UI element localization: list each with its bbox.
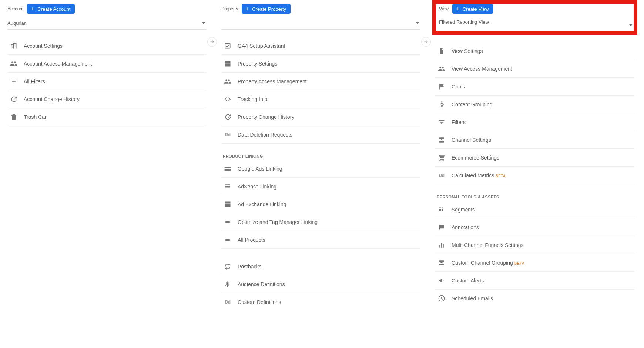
data-deletion-requests-item[interactable]: Dd Data Deletion Requests [221, 126, 420, 144]
view-menu: View Settings View Access Management Goa… [435, 42, 634, 307]
view-column: View Create View Filtered Reporting View… [435, 3, 638, 311]
account-selected-value: Augurian [7, 20, 27, 26]
arrow-right-icon [423, 39, 429, 44]
plus-icon [455, 6, 460, 11]
chevron-down-icon [629, 24, 632, 26]
link-icon [224, 236, 232, 244]
property-settings-item[interactable]: Property Settings [221, 55, 420, 73]
all-products-item[interactable]: All Products [221, 231, 420, 249]
account-settings-item[interactable]: Account Settings [7, 37, 207, 55]
plus-icon [245, 6, 250, 11]
view-selected-value: Filtered Reporting View [439, 19, 489, 25]
segments-item[interactable]: Segments [435, 201, 634, 218]
view-settings-item[interactable]: View Settings [435, 42, 634, 60]
people-icon [224, 77, 232, 86]
calculated-metrics-item[interactable]: Dd Calculated MetricsBETA [435, 167, 634, 184]
plus-icon [30, 6, 35, 11]
personal-tools-section-title: PERSONAL TOOLS & ASSETS [437, 195, 634, 199]
account-selector[interactable]: Augurian [7, 17, 207, 30]
trash-icon [10, 113, 18, 121]
list-icon [224, 183, 232, 191]
all-filters-item[interactable]: All Filters [7, 73, 207, 90]
product-linking-section-title: PRODUCT LINKING [223, 154, 420, 158]
postbacks-item[interactable]: Postbacks [221, 258, 420, 275]
optimize-tag-manager-linking-item[interactable]: Optimize and Tag Manager Linking [221, 213, 420, 231]
property-change-history-item[interactable]: Property Change History [221, 108, 420, 126]
chevron-down-icon [202, 22, 205, 24]
checkbox-icon [224, 42, 232, 50]
annotations-item[interactable]: Annotations [435, 218, 634, 236]
create-view-button[interactable]: Create View [452, 4, 493, 14]
layout-icon [224, 200, 232, 208]
google-ads-linking-item[interactable]: Google Ads Linking [221, 160, 420, 178]
account-move-button[interactable] [207, 37, 217, 47]
account-change-history-item[interactable]: Account Change History [7, 90, 207, 108]
create-property-button[interactable]: Create Property [242, 4, 291, 14]
view-header-highlight: View Create View Filtered Reporting View [432, 0, 637, 35]
bars-icon [437, 241, 446, 249]
tracking-info-item[interactable]: Tracking Info [221, 90, 420, 108]
arrow-right-icon [209, 39, 215, 44]
filter-icon [437, 118, 446, 126]
ad-exchange-linking-item[interactable]: Ad Exchange Linking [221, 195, 420, 213]
clock-icon [437, 294, 446, 302]
segments-icon [437, 205, 446, 214]
account-menu: Account Settings Account Access Manageme… [7, 37, 207, 126]
property-column: Property Create Property GA4 Setup Assis… [221, 3, 435, 311]
custom-alerts-item[interactable]: Custom Alerts [435, 272, 634, 290]
goals-item[interactable]: Goals [435, 78, 634, 96]
layout-icon [224, 60, 232, 68]
property-access-management-item[interactable]: Property Access Management [221, 73, 420, 90]
audience-definitions-item[interactable]: Audience Definitions [221, 275, 420, 293]
megaphone-icon [437, 277, 446, 285]
flag-icon [437, 83, 446, 91]
custom-channel-grouping-item[interactable]: Custom Channel GroupingBETA [435, 254, 634, 272]
person-walk-icon [437, 100, 446, 108]
custom-definitions-item[interactable]: Dd Custom Definitions [221, 293, 420, 311]
people-icon [10, 60, 18, 68]
content-grouping-item[interactable]: Content Grouping [435, 96, 634, 113]
dd-icon: Dd [224, 298, 232, 306]
channel-settings-item[interactable]: Channel Settings [435, 131, 634, 149]
multi-channel-funnels-settings-item[interactable]: Multi-Channel Funnels Settings [435, 236, 634, 254]
property-selector[interactable] [221, 17, 420, 30]
page-icon [437, 47, 446, 55]
dd-icon: Dd [224, 131, 232, 139]
swap-icon [224, 262, 232, 271]
comment-icon [437, 223, 446, 231]
dd-icon: Dd [437, 171, 446, 180]
create-account-button[interactable]: Create Account [27, 4, 75, 14]
chevron-down-icon [416, 22, 419, 24]
card-icon [224, 165, 232, 173]
trash-can-item[interactable]: Trash Can [7, 108, 207, 126]
property-header-label: Property [221, 6, 238, 11]
history-icon [224, 113, 232, 121]
channel-icon [437, 259, 446, 267]
account-access-management-item[interactable]: Account Access Management [7, 55, 207, 73]
adsense-linking-item[interactable]: AdSense Linking [221, 178, 420, 195]
view-header-label: View [439, 6, 449, 11]
channel-icon [437, 136, 446, 144]
scheduled-emails-item[interactable]: Scheduled Emails [435, 290, 634, 307]
link-icon [224, 218, 232, 226]
building-icon [10, 42, 18, 50]
branch-icon [224, 280, 232, 288]
filter-icon [10, 77, 18, 86]
ecommerce-settings-item[interactable]: Ecommerce Settings [435, 149, 634, 167]
view-selector[interactable]: Filtered Reporting View [439, 16, 631, 28]
cart-icon [437, 154, 446, 162]
view-access-management-item[interactable]: View Access Management [435, 60, 634, 78]
people-icon [437, 65, 446, 73]
filters-item[interactable]: Filters [435, 113, 634, 131]
ga4-setup-assistant-item[interactable]: GA4 Setup Assistant [221, 37, 420, 55]
code-icon [224, 95, 232, 103]
property-move-button[interactable] [421, 37, 431, 47]
account-header-label: Account [7, 6, 23, 11]
property-menu: GA4 Setup Assistant Property Settings Pr… [221, 37, 420, 311]
account-column: Account Create Account Augurian Account … [7, 3, 221, 311]
history-icon [10, 95, 18, 103]
